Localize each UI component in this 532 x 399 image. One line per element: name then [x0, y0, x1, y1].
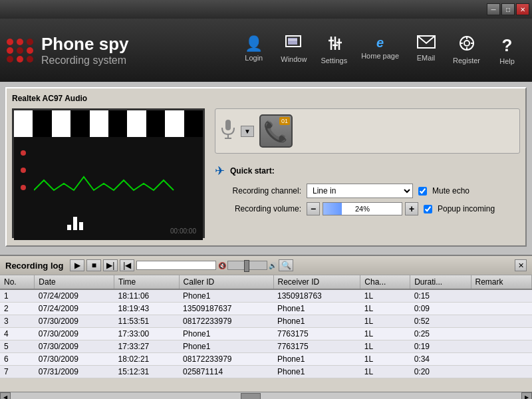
table-cell: 18:02:21: [114, 353, 180, 366]
channel-select[interactable]: Line in Microphone Stereo Mix: [307, 184, 413, 198]
nav-email[interactable]: EMail: [408, 32, 444, 68]
hscroll-track[interactable]: [11, 392, 521, 400]
col-receiver: Receiver ID: [273, 275, 360, 289]
logo-dot-9: [27, 56, 33, 63]
timestamp: 00:00:00: [170, 227, 196, 235]
nav-email-label: EMail: [417, 54, 436, 62]
mute-echo-checkbox[interactable]: [418, 187, 427, 196]
hscroll-left-button[interactable]: ◀: [0, 392, 11, 400]
table-cell: 07/30/2009: [35, 353, 114, 366]
settings-icon: [326, 35, 342, 55]
stripe-10: [184, 110, 203, 137]
svg-rect-1: [288, 38, 297, 45]
table-cell: 17:33:27: [114, 340, 180, 353]
next-button[interactable]: ▶|: [103, 259, 118, 271]
minimize-button[interactable]: ─: [487, 3, 500, 15]
audio-panel-title: Realtek AC97 Audio: [12, 94, 520, 103]
stop-button[interactable]: ■: [86, 259, 101, 271]
mute-echo-label: Mute echo: [432, 186, 469, 196]
logo-area: Phone spy Recording system: [7, 34, 128, 66]
nav-register-label: Register: [453, 57, 480, 65]
svg-rect-16: [225, 120, 231, 130]
player-controls: ▶ ■ ▶| |◀ 🔇 🔊 🔍: [70, 259, 293, 271]
search-button[interactable]: 🔍: [279, 259, 293, 271]
logo-dot-1: [7, 39, 13, 45]
table-cell: 3: [0, 315, 35, 328]
col-no: No.: [0, 275, 35, 289]
table-cell: Phone1: [273, 366, 360, 378]
right-panel: ▼ 📞 01 ✈ Quick start: Recording channel:…: [215, 108, 520, 238]
volume-decrease-button[interactable]: −: [307, 202, 320, 215]
horizontal-scrollbar[interactable]: ◀ ▶: [0, 392, 532, 399]
table-cell: Phone1: [179, 340, 273, 353]
mic-dropdown[interactable]: ▼: [241, 126, 254, 137]
play-button[interactable]: ▶: [70, 259, 84, 271]
prev-button[interactable]: |◀: [120, 259, 134, 271]
phone-badge: 01: [279, 117, 290, 125]
svg-point-11: [464, 41, 469, 46]
table-cell: 1L: [360, 303, 410, 315]
table-cell: 0:09: [410, 303, 471, 315]
table-cell: 08172233979: [179, 353, 273, 366]
nav-register[interactable]: Register: [448, 32, 485, 68]
table-row[interactable]: 307/30/200911:53:5108172233979Phone11L0:…: [0, 315, 532, 328]
volume-text: 24%: [355, 205, 370, 213]
stripe-8: [146, 110, 165, 137]
nav-help[interactable]: ? Help: [489, 32, 525, 68]
table-row[interactable]: 707/31/200915:12:31025871114Phone11L0:20: [0, 366, 532, 378]
table-row[interactable]: 107/24/200918:11:06Phone113509187631L0:1…: [0, 289, 532, 303]
phone-icon-box: 📞 01: [259, 114, 293, 148]
nav-login[interactable]: 👤 Login: [235, 32, 272, 68]
nav-homepage[interactable]: e Home page: [356, 32, 404, 68]
table-row[interactable]: 207/24/200918:19:4313509187637Phone11L0:…: [0, 303, 532, 315]
titlebar: ─ □ ✕: [0, 0, 532, 19]
titlebar-buttons: ─ □ ✕: [487, 3, 529, 15]
table-cell: 2: [0, 303, 35, 315]
nav-settings[interactable]: Settings: [315, 32, 352, 68]
email-icon: [417, 35, 436, 53]
popup-incoming-checkbox[interactable]: [424, 205, 432, 213]
nav-login-label: Login: [245, 54, 263, 62]
table-cell: 4: [0, 328, 35, 340]
table-cell: 0:15: [410, 289, 471, 303]
table-cell: Phone1: [179, 289, 273, 303]
table-row[interactable]: 407/30/200917:33:00Phone177631751L0:25: [0, 328, 532, 340]
clapperboard: 00:00:00: [12, 108, 205, 238]
close-log-button[interactable]: ✕: [515, 259, 527, 271]
nav-homepage-label: Home page: [361, 52, 399, 60]
playback-progress[interactable]: [136, 261, 216, 270]
table-cell: 1L: [360, 315, 410, 328]
hscroll-thumb[interactable]: [241, 393, 261, 400]
volume-row: Recording volume: − 24% + Popup incoming: [215, 202, 520, 215]
quick-start-row: ✈ Quick start:: [215, 164, 520, 178]
table-cell: 13509187637: [179, 303, 273, 315]
table-cell: 07/24/2009: [35, 289, 114, 303]
table-cell: [471, 315, 531, 328]
app-name: Phone spy: [41, 34, 128, 55]
table-cell: 1: [0, 289, 35, 303]
table-cell: 7: [0, 366, 35, 378]
close-button[interactable]: ✕: [516, 3, 529, 15]
maximize-button[interactable]: □: [501, 3, 515, 15]
table-row[interactable]: 507/30/200917:33:27Phone177631751L0:19: [0, 340, 532, 353]
volume-increase-button[interactable]: +: [405, 202, 418, 215]
log-table-container[interactable]: No. Date Time Caller ID Receiver ID Cha.…: [0, 275, 532, 392]
table-cell: [471, 340, 531, 353]
clapper-stripe: [14, 110, 203, 137]
audio-panel: Realtek AC97 Audio: [5, 87, 527, 247]
table-row[interactable]: 607/30/200918:02:2108172233979Phone11L0:…: [0, 353, 532, 366]
logo-dot-7: [7, 56, 13, 63]
nav-window[interactable]: Window: [275, 32, 312, 68]
volume-slider[interactable]: [227, 261, 267, 270]
table-cell: 07/31/2009: [35, 366, 114, 378]
help-icon: ?: [502, 35, 513, 56]
ind-dot-3: [21, 185, 26, 190]
indicator-dots: [21, 150, 26, 190]
col-time: Time: [114, 275, 180, 289]
table-cell: 18:11:06: [114, 289, 180, 303]
table-cell: Phone1: [273, 353, 360, 366]
col-duration: Durati...: [410, 275, 471, 289]
table-cell: Phone1: [179, 328, 273, 340]
table-cell: 08172233979: [179, 315, 273, 328]
hscroll-right-button[interactable]: ▶: [521, 392, 532, 400]
